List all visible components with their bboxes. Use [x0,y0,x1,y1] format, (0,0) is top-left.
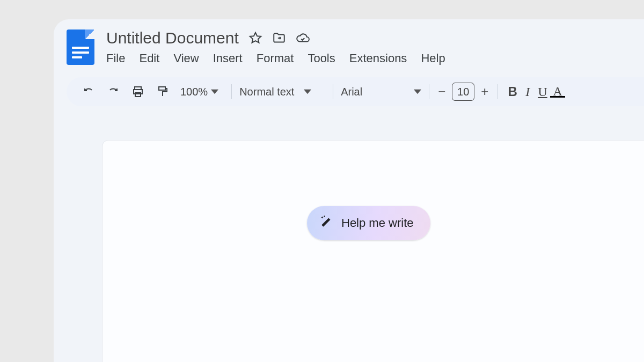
separator [497,84,497,99]
caret-down-icon [304,86,311,98]
paragraph-style-value: Normal text [239,86,294,98]
move-folder-icon[interactable] [272,31,286,45]
svg-rect-3 [159,87,165,90]
font-size-group: − 10 + [437,83,489,101]
print-icon[interactable] [129,83,147,101]
svg-point-4 [324,216,325,217]
menu-insert[interactable]: Insert [213,51,243,65]
magic-pen-icon [320,215,334,232]
menu-view[interactable]: View [173,51,199,65]
document-title[interactable]: Untitled Document [106,29,239,47]
redo-icon[interactable] [104,83,122,101]
menu-bar: File Edit View Insert Format Tools Exten… [106,50,445,65]
separator [333,84,333,99]
separator [231,84,232,99]
paint-format-icon[interactable] [153,83,172,101]
font-size-decrease[interactable]: − [437,84,447,99]
docs-logo-icon[interactable] [67,29,94,65]
separator [429,84,429,99]
font-value: Arial [341,86,362,98]
bold-button[interactable]: B [505,84,520,99]
zoom-select[interactable]: 100% [180,86,218,98]
help-me-write-label: Help me write [341,216,413,230]
zoom-value: 100% [180,86,208,98]
toolbar: 100% Normal text Arial − 10 + B I U A [67,77,644,106]
underline-button[interactable]: U [535,85,550,99]
title-bar: Untitled Document File Edit View Insert … [54,19,644,65]
font-select[interactable]: Arial [341,86,421,98]
paragraph-style-select[interactable]: Normal text [239,86,325,98]
text-color-button[interactable]: A [550,86,565,98]
font-size-input[interactable]: 10 [452,83,474,101]
help-me-write-button[interactable]: Help me write [307,206,430,240]
caret-down-icon [414,86,421,98]
app-window: Untitled Document File Edit View Insert … [54,19,644,362]
menu-extensions[interactable]: Extensions [349,51,407,65]
menu-tools[interactable]: Tools [308,51,335,65]
star-icon[interactable] [248,31,262,45]
menu-format[interactable]: Format [257,51,294,65]
undo-icon[interactable] [79,83,98,101]
italic-button[interactable]: I [520,85,535,99]
font-size-increase[interactable]: + [480,84,489,99]
menu-help[interactable]: Help [421,51,445,65]
menu-file[interactable]: File [106,51,125,65]
cloud-status-icon[interactable] [296,31,310,45]
menu-edit[interactable]: Edit [139,51,159,65]
document-canvas[interactable] [102,140,644,362]
caret-down-icon [211,86,218,98]
